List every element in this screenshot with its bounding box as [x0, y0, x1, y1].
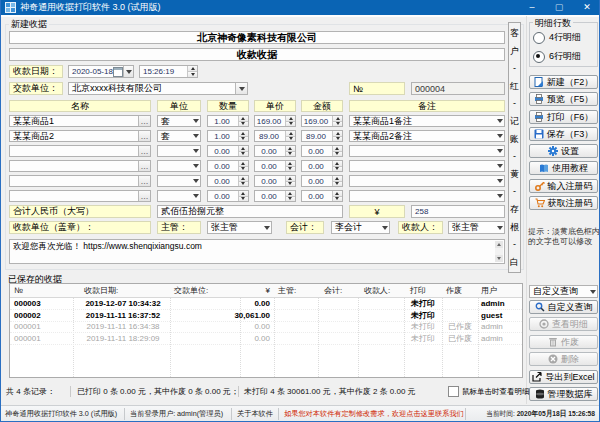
cashier-dropdown-icon[interactable] [495, 222, 504, 233]
supervisor-combo[interactable]: 张主管 [207, 221, 272, 234]
spin-buttons[interactable] [285, 146, 295, 156]
receipt-title-input[interactable]: 收款收据 [9, 48, 505, 61]
item-price-spinner[interactable]: 169.00 [254, 115, 296, 127]
spin-buttons[interactable] [332, 191, 342, 201]
time-spin-buttons[interactable] [187, 66, 197, 77]
spin-buttons[interactable] [285, 161, 295, 171]
item-remark-combo[interactable] [349, 160, 505, 172]
action-button-0[interactable]: 自定义查询 [529, 300, 598, 314]
minimize-button[interactable]: – [521, 0, 543, 15]
spin-buttons[interactable] [238, 146, 248, 156]
radio-4-rows[interactable]: 4行明细 [533, 31, 581, 44]
spin-down-icon[interactable] [239, 122, 248, 127]
item-price-spinner[interactable]: 89.00 [254, 130, 296, 142]
spin-down-icon[interactable] [333, 167, 342, 172]
status-about-link[interactable]: 关于本软件 [237, 406, 273, 422]
sidebar-button-1[interactable]: 预览（F5） [529, 92, 598, 106]
spin-buttons[interactable] [285, 176, 295, 186]
item-unit-combo[interactable]: 套 [157, 115, 201, 127]
date-picker[interactable]: 2020-05-18 [68, 65, 134, 78]
spin-down-icon[interactable] [286, 122, 295, 127]
spin-buttons[interactable] [238, 131, 248, 141]
unit-dropdown-icon[interactable] [191, 176, 200, 186]
item-amount-spinner[interactable]: 89.00 [301, 130, 343, 142]
item-price-spinner[interactable]: 0.00 [254, 145, 296, 157]
item-remark-combo[interactable] [349, 190, 505, 202]
item-unit-combo[interactable]: 套 [157, 130, 201, 142]
supervisor-dropdown-icon[interactable] [262, 222, 271, 233]
item-amount-spinner[interactable]: 169.00 [301, 115, 343, 127]
total-value[interactable]: 258 [411, 205, 505, 218]
query-dropdown-icon[interactable] [588, 286, 597, 297]
item-amount-spinner[interactable]: 0.00 [301, 145, 343, 157]
spin-buttons[interactable] [332, 176, 342, 186]
spin-down-icon[interactable] [239, 152, 248, 157]
detail-on-click-checkbox[interactable]: 鼠标单击时查看明细 [448, 386, 530, 397]
item-name-input[interactable]: … [9, 145, 151, 157]
item-name-input[interactable]: … [9, 190, 151, 202]
item-qty-spinner[interactable]: 0.00 [207, 190, 249, 202]
browse-button[interactable]: … [138, 161, 150, 171]
browse-button[interactable]: … [138, 146, 150, 156]
saved-receipt-row[interactable]: 0000022019-11-11 16:37:5230,061.00未打印gue… [10, 310, 522, 322]
spin-buttons[interactable] [238, 176, 248, 186]
item-amount-spinner[interactable]: 0.00 [301, 175, 343, 187]
spin-buttons[interactable] [332, 161, 342, 171]
sidebar-button-7[interactable]: 获取注册码 [529, 196, 598, 210]
welcome-textarea[interactable]: 欢迎您再次光临！ https://www.shenqixiangsu.com [9, 239, 505, 264]
welcome-scrollbar[interactable] [495, 241, 503, 262]
spin-down-icon[interactable] [239, 167, 248, 172]
item-qty-spinner[interactable]: 0.00 [207, 145, 249, 157]
spin-down-icon[interactable] [239, 182, 248, 187]
scroll-up-icon[interactable] [495, 241, 503, 248]
spin-down-icon[interactable] [188, 72, 197, 77]
sidebar-button-3[interactable]: 保存（F3） [529, 127, 598, 141]
payer-combo[interactable]: 北京xxxx科技有限公司 [68, 82, 248, 95]
item-amount-spinner[interactable]: 0.00 [301, 190, 343, 202]
date-dropdown-icon[interactable] [123, 66, 134, 77]
item-remark-combo[interactable] [349, 175, 505, 187]
item-name-input[interactable]: … [9, 175, 151, 187]
close-button[interactable]: ✕ [576, 0, 598, 15]
item-qty-spinner[interactable]: 1.00 [207, 130, 249, 142]
radio-6-rows[interactable]: 6行明细 [533, 50, 581, 63]
spin-down-icon[interactable] [286, 182, 295, 187]
browse-button[interactable]: … [138, 176, 150, 186]
remark-dropdown-icon[interactable] [495, 131, 504, 141]
remark-dropdown-icon[interactable] [495, 146, 504, 156]
item-price-spinner[interactable]: 0.00 [254, 175, 296, 187]
browse-button[interactable]: … [138, 131, 150, 141]
spin-down-icon[interactable] [286, 167, 295, 172]
spin-down-icon[interactable] [333, 137, 342, 142]
spin-buttons[interactable] [332, 116, 342, 126]
scroll-down-icon[interactable] [495, 255, 503, 262]
item-remark-combo[interactable]: 某某商品2备注 [349, 130, 505, 142]
spin-down-icon[interactable] [333, 197, 342, 202]
unit-dropdown-icon[interactable] [191, 116, 200, 126]
item-unit-combo[interactable] [157, 160, 201, 172]
item-unit-combo[interactable] [157, 190, 201, 202]
item-amount-spinner[interactable]: 0.00 [301, 160, 343, 172]
spin-buttons[interactable] [285, 116, 295, 126]
remark-dropdown-icon[interactable] [495, 176, 504, 186]
item-qty-spinner[interactable]: 0.00 [207, 175, 249, 187]
browse-button[interactable]: … [138, 191, 150, 201]
spin-buttons[interactable] [238, 161, 248, 171]
spin-down-icon[interactable] [286, 152, 295, 157]
browse-button[interactable]: … [138, 116, 150, 126]
saved-receipt-row[interactable]: 0000032019-12-07 10:34:320.00未打印admin [10, 298, 522, 310]
total-cn-value[interactable]: 贰佰伍拾捌元整 [157, 205, 343, 218]
item-qty-spinner[interactable]: 1.00 [207, 115, 249, 127]
accountant-dropdown-icon[interactable] [380, 222, 389, 233]
unit-dropdown-icon[interactable] [191, 191, 200, 201]
remark-dropdown-icon[interactable] [495, 161, 504, 171]
spin-down-icon[interactable] [333, 152, 342, 157]
item-price-spinner[interactable]: 0.00 [254, 190, 296, 202]
item-name-input[interactable]: 某某商品1… [9, 115, 151, 127]
saved-receipts-list[interactable]: №收款日期:交款单位:¥主管:会计:收款人:打印作废用户0000032019-1… [9, 283, 523, 378]
item-unit-combo[interactable] [157, 175, 201, 187]
item-name-input[interactable]: 某某商品2… [9, 130, 151, 142]
action-button-4[interactable]: 导出到Excel [529, 370, 598, 384]
spin-buttons[interactable] [332, 131, 342, 141]
unit-dropdown-icon[interactable] [191, 161, 200, 171]
